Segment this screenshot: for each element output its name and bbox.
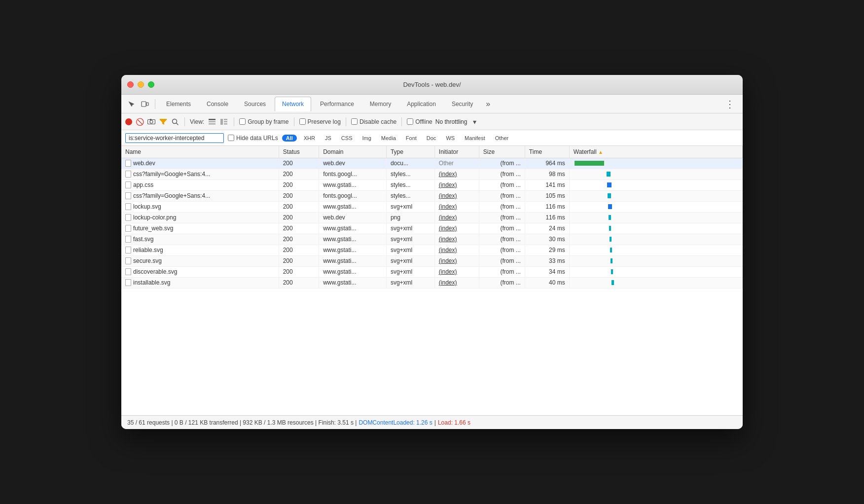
cell-name: lockup-color.png xyxy=(121,212,279,223)
separator-1 xyxy=(155,99,155,109)
device-mode-icon[interactable] xyxy=(139,98,151,110)
cell-initiator: (index) xyxy=(434,266,479,277)
table-row[interactable]: installable.svg 200 www.gstati... svg+xm… xyxy=(121,277,743,288)
tab-sources[interactable]: Sources xyxy=(237,98,273,110)
disable-cache-label[interactable]: Disable cache xyxy=(351,118,396,125)
offline-label[interactable]: Offline xyxy=(407,118,432,125)
group-by-frame-checkbox[interactable] xyxy=(239,118,246,125)
tab-console[interactable]: Console xyxy=(200,98,235,110)
table-row[interactable]: fast.svg 200 www.gstati... svg+xml (inde… xyxy=(121,234,743,245)
cell-domain: www.gstati... xyxy=(319,245,387,255)
cell-size: (from ... xyxy=(479,255,525,266)
tab-network[interactable]: Network xyxy=(275,97,311,111)
table-row[interactable]: web.dev 200 web.dev docu... Other (from … xyxy=(121,158,743,169)
table-row[interactable]: app.css 200 www.gstati... styles... (ind… xyxy=(121,180,743,190)
file-icon xyxy=(125,257,131,264)
cursor-icon[interactable] xyxy=(125,98,137,110)
dcl-status: DOMContentLoaded: 1.26 s xyxy=(359,419,432,426)
col-size[interactable]: Size xyxy=(479,146,525,158)
cell-status: 200 xyxy=(279,190,319,201)
throttling-dropdown-icon[interactable]: ▾ xyxy=(470,117,479,126)
xhr-filter-button[interactable]: XHR xyxy=(301,135,318,142)
list-view-icon[interactable] xyxy=(207,117,217,127)
svg-rect-1 xyxy=(146,103,148,106)
table-row[interactable]: reliable.svg 200 www.gstati... svg+xml (… xyxy=(121,245,743,255)
more-tabs-button[interactable]: » xyxy=(482,100,494,108)
font-filter-button[interactable]: Font xyxy=(403,135,420,142)
devtools-menu-button[interactable]: ⋮ xyxy=(721,98,739,110)
img-filter-button[interactable]: Img xyxy=(359,135,374,142)
file-icon xyxy=(125,247,131,253)
table-row[interactable]: css?family=Google+Sans:4... 200 fonts.go… xyxy=(121,169,743,180)
ws-filter-button[interactable]: WS xyxy=(443,135,458,142)
group-by-frame-label[interactable]: Group by frame xyxy=(239,118,288,125)
col-initiator[interactable]: Initiator xyxy=(434,146,479,158)
cell-domain: web.dev xyxy=(319,158,387,169)
maximize-button[interactable] xyxy=(148,81,154,88)
file-icon xyxy=(125,225,131,232)
cell-waterfall xyxy=(569,234,742,245)
js-filter-button[interactable]: JS xyxy=(322,135,334,142)
table-row[interactable]: lockup-color.png 200 web.dev png (index)… xyxy=(121,212,743,223)
all-filter-button[interactable]: All xyxy=(282,135,297,142)
cell-time: 98 ms xyxy=(525,169,569,180)
table-row[interactable]: secure.svg 200 www.gstati... svg+xml (in… xyxy=(121,255,743,266)
svg-rect-13 xyxy=(224,123,227,125)
svg-point-3 xyxy=(150,120,153,123)
view-label: View: xyxy=(190,118,204,125)
tab-memory[interactable]: Memory xyxy=(363,98,398,110)
preserve-log-label[interactable]: Preserve log xyxy=(299,118,341,125)
cell-size: (from ... xyxy=(479,223,525,234)
svg-line-6 xyxy=(177,123,179,125)
hide-data-urls-checkbox[interactable] xyxy=(228,135,234,141)
cell-waterfall xyxy=(569,223,742,234)
detail-view-icon[interactable] xyxy=(219,117,229,127)
col-type[interactable]: Type xyxy=(386,146,434,158)
cell-status: 200 xyxy=(279,212,319,223)
manifest-filter-button[interactable]: Manifest xyxy=(462,135,488,142)
col-status[interactable]: Status xyxy=(279,146,319,158)
cell-type: styles... xyxy=(386,180,434,190)
cell-time: 30 ms xyxy=(525,234,569,245)
hide-data-urls-label[interactable]: Hide data URLs xyxy=(228,135,278,142)
media-filter-button[interactable]: Media xyxy=(378,135,399,142)
cell-waterfall xyxy=(569,169,742,180)
preserve-log-checkbox[interactable] xyxy=(299,118,306,125)
camera-icon[interactable] xyxy=(147,117,156,126)
css-filter-button[interactable]: CSS xyxy=(338,135,356,142)
svg-rect-9 xyxy=(209,123,216,125)
load-status: Load: 1.66 s xyxy=(438,419,470,426)
filter-icon[interactable] xyxy=(159,117,168,126)
cell-type: svg+xml xyxy=(386,245,434,255)
col-time[interactable]: Time xyxy=(525,146,569,158)
table-row[interactable]: lockup.svg 200 www.gstati... svg+xml (in… xyxy=(121,201,743,212)
record-button[interactable] xyxy=(125,118,132,125)
tab-security[interactable]: Security xyxy=(445,98,480,110)
cell-initiator: (index) xyxy=(434,245,479,255)
cell-time: 40 ms xyxy=(525,277,569,288)
filter-input[interactable] xyxy=(125,133,224,143)
col-name[interactable]: Name xyxy=(121,146,279,158)
other-filter-button[interactable]: Other xyxy=(492,135,512,142)
tab-elements[interactable]: Elements xyxy=(159,98,198,110)
cell-initiator: (index) xyxy=(434,201,479,212)
tab-performance[interactable]: Performance xyxy=(313,98,361,110)
cell-type: styles... xyxy=(386,169,434,180)
table-row[interactable]: css?family=Google+Sans:4... 200 fonts.go… xyxy=(121,190,743,201)
close-button[interactable] xyxy=(127,81,134,88)
offline-checkbox[interactable] xyxy=(407,118,413,125)
cell-waterfall xyxy=(569,212,742,223)
doc-filter-button[interactable]: Doc xyxy=(424,135,439,142)
cell-size: (from ... xyxy=(479,190,525,201)
table-row[interactable]: future_web.svg 200 www.gstati... svg+xml… xyxy=(121,223,743,234)
search-icon[interactable] xyxy=(171,117,180,126)
clear-button[interactable]: 🚫 xyxy=(135,117,144,126)
col-domain[interactable]: Domain xyxy=(319,146,387,158)
network-table-container[interactable]: Name Status Domain Type Initiator Size T… xyxy=(121,146,743,415)
minimize-button[interactable] xyxy=(138,81,144,88)
col-waterfall[interactable]: Waterfall ▲ xyxy=(569,146,742,158)
cell-time: 116 ms xyxy=(525,201,569,212)
table-row[interactable]: discoverable.svg 200 www.gstati... svg+x… xyxy=(121,266,743,277)
tab-application[interactable]: Application xyxy=(400,98,443,110)
disable-cache-checkbox[interactable] xyxy=(351,118,358,125)
